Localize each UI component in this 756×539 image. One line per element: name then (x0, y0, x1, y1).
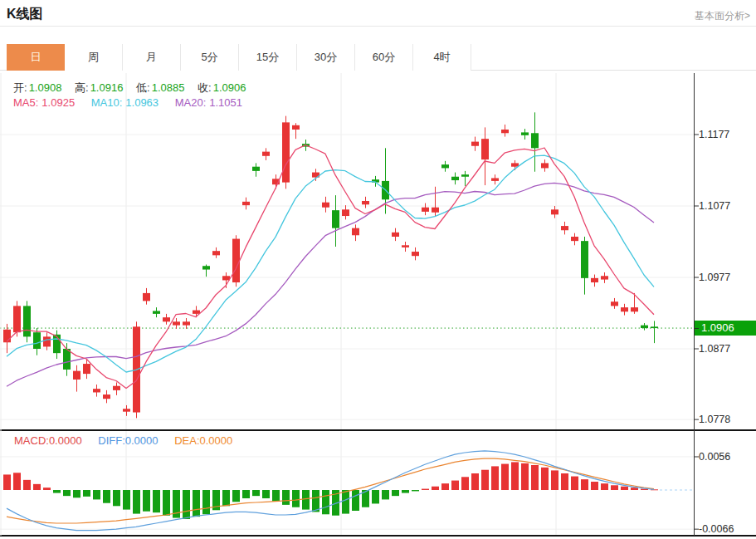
ma10-line (7, 155, 654, 372)
diff-value: DIFF:0.0000 (98, 434, 158, 447)
price-tick-label: 1.0778 (699, 413, 730, 426)
low-readout: 低:1.0885 (136, 81, 184, 94)
price-tick-label: 1.1177 (699, 128, 729, 141)
ma10-readout: MA10:1.0963 (91, 96, 159, 109)
kline-app: K线图 基本面分析> 日周月5分15分30分60分4时 开:1.0908 高:1… (0, 0, 756, 539)
price-tick-label: 1.0877 (699, 342, 730, 355)
macd-histogram (3, 462, 658, 519)
macd-tick-label: 0.0056 (699, 450, 730, 463)
ma5-readout: MA5:1.0925 (13, 96, 75, 109)
ma20-readout: MA20:1.1051 (175, 96, 242, 109)
candles (3, 112, 658, 418)
open-readout: 开:1.0908 (13, 81, 61, 94)
close-readout: 收:1.0906 (198, 81, 246, 94)
price-tick-label: 1.0977 (699, 271, 730, 284)
gridlines (0, 73, 695, 536)
macd-readout: MACD:0.0000 DIFF:0.0000 DEA:0.0000 (14, 434, 232, 447)
ohlc-readout: 开:1.0908 高:1.0916 低:1.0885 收:1.0906 (13, 81, 256, 96)
ma-readout: MA5:1.0925 MA10:1.0963 MA20:1.1051 (13, 96, 242, 109)
price-tick-label: 1.1077 (699, 199, 730, 213)
current-price-tag: 1.0906 (695, 321, 756, 336)
macd-value: MACD:0.0000 (14, 434, 82, 447)
macd-tick-label: -0.0066 (699, 522, 734, 536)
high-readout: 高:1.0916 (75, 81, 123, 94)
dea-value: DEA:0.0000 (174, 434, 232, 447)
ma5-line (7, 145, 654, 389)
